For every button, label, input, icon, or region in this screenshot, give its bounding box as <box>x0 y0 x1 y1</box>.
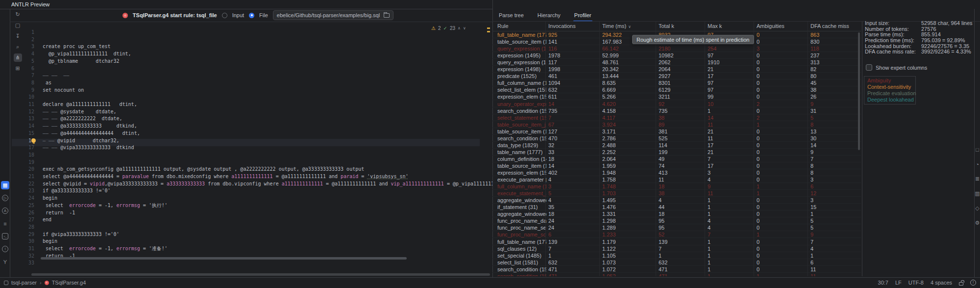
right-stripe-icon-1-icon[interactable]: □ <box>973 145 980 154</box>
terminal-icon[interactable]: >_ <box>1 232 9 240</box>
tab-profiler[interactable]: Profiler <box>573 9 592 21</box>
right-stripe-icon-6-icon[interactable]: ⚙ <box>973 219 980 227</box>
code-line[interactable]: 26 return -1 <box>10 209 492 216</box>
table-row[interactable]: set_special (1485)11.1051101 <box>492 252 861 259</box>
file-radio[interactable] <box>249 13 254 18</box>
table-row[interactable]: predicate (1525)46113.444292717080 <box>492 73 861 79</box>
table-row-ambiguous[interactable]: execute_statement_a...51.7033811112 <box>492 190 861 197</box>
code-editor[interactable]: 123create proc up_com_test4 @p_vipa11111… <box>10 22 492 273</box>
table-row[interactable]: search_condition (1519)7354.1587351031 <box>492 107 861 114</box>
column-header[interactable]: Rule <box>497 23 509 29</box>
table-row[interactable]: func_proc_name_data...241.29895405 <box>492 217 861 224</box>
table-row[interactable]: expression_elem (1589)4021.948413308 <box>492 169 861 176</box>
table-row[interactable]: data_type (1829)322.48811417014 <box>492 142 861 149</box>
code-line[interactable]: 19 <box>10 158 492 166</box>
folder-icon[interactable] <box>384 13 390 18</box>
expert-columns-checkbox[interactable] <box>866 64 872 71</box>
code-line[interactable]: 18 <box>10 151 492 158</box>
table-row-ambiguous[interactable]: unary_operator_expr...144.620921029 <box>492 101 861 107</box>
code-line[interactable]: 25 select errorcode = -1, errormsg = '执行… <box>10 202 492 209</box>
code-line[interactable]: 27end <box>10 216 492 223</box>
code-line[interactable]: 4 @p_vipa1111111111111 dtint, <box>10 50 492 57</box>
table-row[interactable]: func_proc_name_serv...241.28995405 <box>492 224 861 231</box>
column-header[interactable]: Total k <box>659 23 674 29</box>
column-header[interactable]: Ambiguities <box>757 23 784 29</box>
table-row-ambiguous[interactable]: query_expression (15...11666.14221802543… <box>492 45 861 52</box>
table-row[interactable]: aggregate_windowed...181.33118101 <box>492 210 861 217</box>
code-line[interactable]: 10 <box>10 93 492 101</box>
table-row-ambiguous[interactable]: func_proc_name_sch...61.23352719 <box>492 231 861 238</box>
table-row[interactable]: column_definition (1421)182.06449707 <box>492 156 861 162</box>
code-line[interactable]: 15—— —— @a4444444444444444 dtint, <box>10 130 492 137</box>
table-row[interactable]: search_condition (1517)4702.78652511030 <box>492 135 861 142</box>
tab-parse-tree[interactable]: Parse tree <box>498 9 525 21</box>
code-line[interactable]: 23if @a333333333333 !='0' <box>10 187 492 194</box>
table-row[interactable]: expression (1498)199820.342206421082 <box>492 66 861 73</box>
code-line[interactable]: 14—— —— @a333333333333 dtkind, <box>10 122 492 130</box>
tab-hierarchy[interactable]: Hierarchy <box>537 9 562 21</box>
problems-icon[interactable]: ! <box>1 245 9 253</box>
input-radio-label[interactable]: Input <box>232 12 244 18</box>
project-name[interactable]: tsql-parser <box>11 280 37 286</box>
git-branch-icon[interactable]: Y <box>1 258 9 266</box>
code-line[interactable]: 13—— —— @a2222222222 dtdate, <box>10 115 492 122</box>
right-stripe-icon-5-icon[interactable]: ◇ <box>973 204 980 212</box>
status-item[interactable]: UTF-8 <box>908 280 924 286</box>
table-row-ambiguous[interactable]: search_condition (15...4711.0524711111 <box>492 273 861 276</box>
code-line[interactable]: 16— —— @vipid dtchar32, <box>10 137 492 144</box>
table-row[interactable]: select_list (1581)6321.073632106 <box>492 259 861 266</box>
code-line[interactable]: 22select @vipid = vipid,@vipa33333333333… <box>10 180 492 187</box>
code-line[interactable]: 17—— —— @vipa333333333333 dtkind <box>10 144 492 151</box>
code-line[interactable]: 1 <box>10 28 492 36</box>
status-item[interactable]: LF <box>895 280 902 286</box>
code-line[interactable]: 29if @vipa333333333333 !='0' <box>10 231 492 238</box>
table-row[interactable]: select_list_elem (1592)6326.669612997038 <box>492 86 861 93</box>
code-line[interactable]: 28 <box>10 223 492 231</box>
table-row-ambiguous[interactable]: select_statement (15...74.117381425 <box>492 114 861 121</box>
file-radio-label[interactable]: File <box>259 12 268 18</box>
code-line[interactable]: 2 <box>10 36 492 43</box>
table-row-ambiguous[interactable]: full_column_name (14...31.74818916 <box>492 183 861 190</box>
table-row[interactable]: query_expression (1527)11748.76120621910… <box>492 59 861 66</box>
right-stripe-icon-3-icon[interactable]: ≣ <box>973 175 980 183</box>
layers-icon[interactable]: ≡ <box>1 219 9 228</box>
prev-problem-chevron[interactable]: ∧ <box>458 26 461 30</box>
table-row[interactable]: search_condition (1516)4711.0724711011 <box>492 266 861 273</box>
table-row[interactable]: full_column_name (17...10948.63583019704… <box>492 79 861 86</box>
profiler-a-icon[interactable]: A <box>1 207 9 215</box>
warning-stripe-mark[interactable] <box>487 27 490 29</box>
code-line[interactable]: 8 as <box>10 79 492 86</box>
code-line[interactable]: 24begin <box>10 194 492 202</box>
code-line[interactable]: 31 select errorcode = -1, errormsg = '准备… <box>10 245 492 252</box>
table-row[interactable]: expression_elem (1590)6115.266321199026 <box>492 93 861 100</box>
inspection-widget[interactable]: ⚠ 2 ✓ 23 ∧ ∨ <box>431 24 466 32</box>
warning-stripe-mark[interactable] <box>487 31 490 32</box>
column-header[interactable]: Max k <box>708 23 722 29</box>
code-line[interactable]: 7—— —— —— <box>10 72 492 79</box>
table-row[interactable]: if_statement (31)351.476441015 <box>492 204 861 210</box>
table-row[interactable]: sql_clauses (12)71.1227104 <box>492 245 861 252</box>
column-header[interactable]: Time (ms)∨ <box>602 23 631 29</box>
code-line[interactable]: 21select @a444444444444444 = paravalue f… <box>10 173 492 180</box>
table-scrollbar[interactable] <box>858 32 860 150</box>
editor-hscrollbar[interactable] <box>41 257 407 260</box>
right-stripe-icon-2-icon[interactable]: ◔ <box>973 160 980 168</box>
table-row[interactable]: table_source_item (15...1273.17138121013 <box>492 128 861 135</box>
code-line[interactable]: 6 <box>10 65 492 72</box>
antlr-preview-icon[interactable]: ▦ <box>1 181 9 189</box>
table-row[interactable]: aggregate_windowed...41.4954103 <box>492 197 861 204</box>
table-row[interactable]: table_name (1777)332.2521992109 <box>492 149 861 156</box>
current-file-name[interactable]: TSqlParser.g4 <box>52 280 86 286</box>
status-item[interactable]: 4 spaces <box>931 280 952 286</box>
code-line[interactable]: 12—— —— @sysdate dtdate, <box>10 108 492 115</box>
panel-hscrollbar[interactable] <box>31 273 490 276</box>
status-item[interactable]: 30:7 <box>878 280 888 286</box>
column-header[interactable]: DFA cache miss <box>810 23 849 29</box>
table-row[interactable]: full_table_name (1773)1391.179139107 <box>492 238 861 245</box>
table-row[interactable]: expression (1495)197852.99910982970237 <box>492 52 861 59</box>
intention-bulb-icon[interactable] <box>31 138 36 143</box>
column-header[interactable]: Invocations <box>548 23 576 29</box>
right-stripe-icon-4-icon[interactable]: ▥ <box>973 189 980 198</box>
table-row-ambiguous[interactable]: table_source_item_j...673.924891118 <box>492 121 861 128</box>
code-line[interactable]: 5 @p_tblname dtchar32 <box>10 57 492 65</box>
